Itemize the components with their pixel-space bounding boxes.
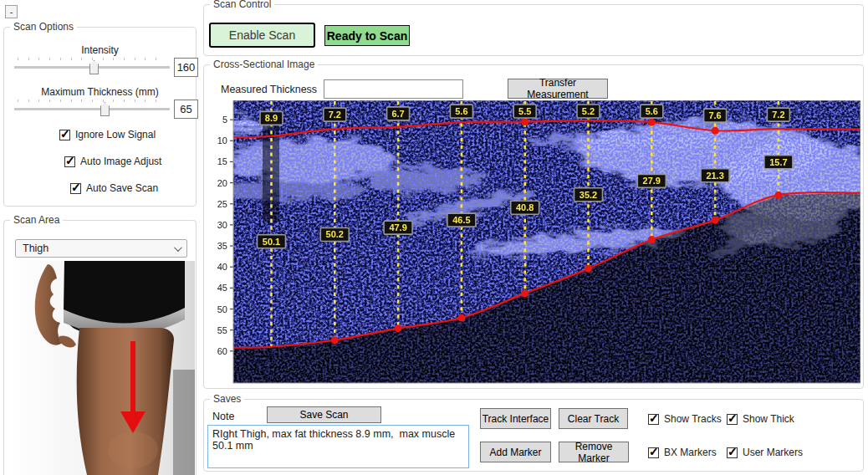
photo-shadow xyxy=(173,370,195,475)
fat-measurement-label: 5.5 xyxy=(513,105,536,118)
slider-track xyxy=(14,108,170,110)
max-thickness-slider-thumb[interactable] xyxy=(100,102,110,116)
measured-thickness-input[interactable] xyxy=(324,79,463,99)
max-thickness-slider[interactable] xyxy=(14,100,170,116)
scan-status-badge: Ready to Scan xyxy=(324,25,410,46)
svg-text:6.7: 6.7 xyxy=(391,109,404,119)
svg-text:50.1: 50.1 xyxy=(263,237,280,247)
slider-ticks xyxy=(18,58,166,60)
svg-text:7.6: 7.6 xyxy=(708,110,721,120)
checkbox-label: Ignore Low Signal xyxy=(75,129,156,140)
thigh-illustration xyxy=(9,261,195,475)
show-tracks-checkbox[interactable]: Show Tracks xyxy=(648,413,722,425)
svg-text:47.9: 47.9 xyxy=(389,222,406,232)
muscle-marker-dot xyxy=(585,265,592,273)
checkbox-label: Auto Save Scan xyxy=(86,182,158,194)
scan-area-title: Scan Area xyxy=(10,214,63,226)
knee-highlight xyxy=(108,432,158,468)
svg-text:46.5: 46.5 xyxy=(452,215,470,225)
chevron-down-icon xyxy=(174,243,182,252)
muscle-marker-dot xyxy=(457,314,465,322)
svg-text:21.3: 21.3 xyxy=(706,171,723,181)
depth-tick-label: 25 xyxy=(217,199,227,209)
cross-sectional-panel: Cross-Sectional Image Measured Thickness… xyxy=(203,64,864,389)
enable-scan-button[interactable]: Enable Scan xyxy=(209,23,315,48)
ignore-low-signal-checkbox[interactable]: Ignore Low Signal xyxy=(59,129,156,140)
depth-tick-label: 50 xyxy=(217,304,227,314)
checkbox-box[interactable] xyxy=(59,130,70,140)
saves-title: Saves xyxy=(210,393,244,405)
ultrasound-image[interactable]: 8.97.26.75.65.55.25.67.67.250.150.247.94… xyxy=(211,100,860,385)
checkbox-box[interactable] xyxy=(727,447,738,458)
muscle-marker-dot xyxy=(521,289,528,297)
svg-text:7.2: 7.2 xyxy=(772,110,784,120)
checkbox-label: BX Markers xyxy=(664,447,717,458)
intensity-slider[interactable] xyxy=(14,58,170,74)
muscle-marker-dot xyxy=(648,236,656,243)
muscle-measurement-label: 47.9 xyxy=(384,221,412,234)
fat-measurement-label: 6.7 xyxy=(387,107,410,120)
muscle-measurement-label: 50.2 xyxy=(320,227,349,241)
checkbox-box[interactable] xyxy=(648,447,659,458)
depth-tick-label: 55 xyxy=(217,325,227,335)
app-window: { "window": { "minimize_label": "-" }, "… xyxy=(0,0,868,475)
user-markers-checkbox[interactable]: User Markers xyxy=(727,447,803,458)
auto-save-scan-checkbox[interactable]: Auto Save Scan xyxy=(70,182,158,194)
intensity-label: Intensity xyxy=(4,44,196,56)
max-thickness-value[interactable]: 65 xyxy=(174,100,198,119)
depth-tick-label: 60 xyxy=(217,346,227,356)
svg-text:27.9: 27.9 xyxy=(643,176,661,186)
fat-measurement-label: 5.6 xyxy=(641,105,663,118)
save-scan-button[interactable]: Save Scan xyxy=(267,406,381,423)
remove-marker-button[interactable]: Remove Marker xyxy=(559,442,629,462)
fat-marker-dot xyxy=(712,127,719,135)
depth-tick-label: 40 xyxy=(217,262,227,272)
add-marker-button[interactable]: Add Marker xyxy=(480,442,551,462)
transfer-measurement-button[interactable]: Transfer Measurement xyxy=(508,79,608,99)
scan-control-panel: Scan Control Enable Scan Ready to Scan xyxy=(203,4,864,56)
svg-text:15.7: 15.7 xyxy=(769,157,787,167)
svg-text:8.9: 8.9 xyxy=(265,113,278,123)
fat-measurement-label: 7.2 xyxy=(767,108,789,121)
note-textarea[interactable]: RIght Thigh, max fat thickness 8.9 mm, m… xyxy=(207,425,469,468)
max-thickness-label: Maximum Thickness (mm) xyxy=(4,86,196,98)
scan-control-title: Scan Control xyxy=(210,0,274,10)
muscle-measurement-label: 27.9 xyxy=(637,174,666,187)
slider-ticks xyxy=(18,100,166,102)
svg-text:35.2: 35.2 xyxy=(580,190,597,200)
svg-text:7.2: 7.2 xyxy=(329,110,341,120)
svg-text:5.2: 5.2 xyxy=(582,106,595,116)
scan-options-panel: Scan Options Intensity 160 Maximum Thick… xyxy=(3,27,197,207)
checkbox-box[interactable] xyxy=(727,414,738,425)
checkbox-box[interactable] xyxy=(64,156,75,167)
depth-tick-label: 10 xyxy=(217,135,227,146)
saves-panel: Saves Note Save Scan RIght Thigh, max fa… xyxy=(203,399,864,472)
checkbox-box[interactable] xyxy=(648,414,659,425)
checkbox-box[interactable] xyxy=(70,183,81,194)
scan-region-dropdown[interactable]: Thigh xyxy=(15,239,187,258)
measured-thickness-label: Measured Thickness xyxy=(221,84,317,95)
muscle-measurement-label: 35.2 xyxy=(574,188,603,202)
checkbox-label: User Markers xyxy=(743,447,803,458)
clear-track-button[interactable]: Clear Track xyxy=(559,408,628,429)
track-interface-button[interactable]: Track Interface xyxy=(480,408,551,429)
intensity-value[interactable]: 160 xyxy=(174,58,198,77)
svg-text:5.6: 5.6 xyxy=(455,106,467,116)
bx-markers-checkbox[interactable]: BX Markers xyxy=(648,447,717,458)
muscle-measurement-label: 46.5 xyxy=(447,213,476,227)
checkbox-label: Show Thick xyxy=(743,413,794,425)
auto-image-adjust-checkbox[interactable]: Auto Image Adjust xyxy=(64,156,161,167)
checkbox-label: Auto Image Adjust xyxy=(80,156,161,167)
fat-measurement-label: 7.6 xyxy=(704,109,727,122)
scan-region-selected: Thigh xyxy=(23,243,49,254)
svg-text:40.8: 40.8 xyxy=(516,202,534,212)
muscle-measurement-label: 15.7 xyxy=(764,156,793,169)
minimize-button[interactable]: - xyxy=(5,5,18,18)
scan-area-panel: Scan Area Thigh xyxy=(3,220,197,475)
depth-tick-label: 15 xyxy=(217,156,227,166)
muscle-marker-dot xyxy=(774,192,782,199)
show-thick-checkbox[interactable]: Show Thick xyxy=(727,413,794,425)
muscle-marker-dot xyxy=(331,336,339,344)
intensity-slider-thumb[interactable] xyxy=(89,60,99,74)
fat-measurement-label: 5.2 xyxy=(577,105,600,118)
